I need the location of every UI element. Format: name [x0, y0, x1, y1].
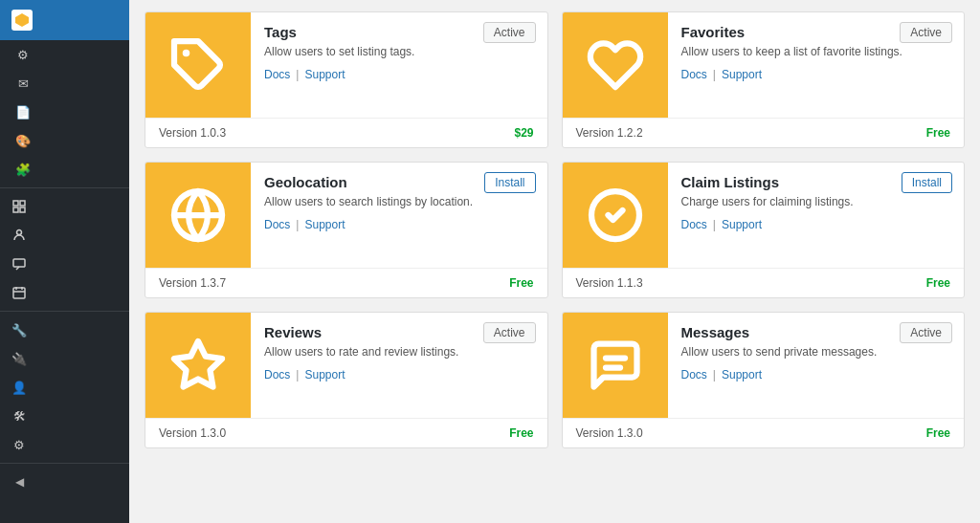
ext-btn-favorites[interactable]: Active — [900, 22, 952, 43]
ext-support-link-messages[interactable]: Support — [722, 368, 762, 381]
ext-docs-link-claim[interactable]: Docs — [681, 218, 707, 231]
extensions-icon: 🧩 — [15, 162, 31, 177]
hivepress-logo-icon — [11, 10, 33, 31]
ext-content-favorites: Favorites Allow users to keep a list of … — [668, 12, 965, 118]
ext-support-link-tags[interactable]: Support — [304, 68, 345, 81]
ext-link-sep: | — [713, 218, 716, 231]
svg-marker-15 — [174, 341, 222, 387]
sidebar-logo[interactable] — [0, 0, 129, 40]
ext-card-top: Favorites Allow users to keep a list of … — [563, 12, 965, 118]
ext-content-reviews: Reviews Allow users to rate and review l… — [251, 313, 547, 418]
sidebar: ⚙ ✉ 📄 🎨 🧩 — [0, 0, 129, 523]
ext-footer-geolocation: Version 1.3.7 Free — [145, 268, 547, 297]
ext-footer-tags: Version 1.0.3 $29 — [145, 118, 547, 147]
ext-card-top: Claim Listings Charge users for claiming… — [563, 163, 965, 268]
ext-card-top: Reviews Allow users to rate and review l… — [145, 313, 547, 418]
sidebar-item-settings[interactable]: ⚙ — [0, 40, 129, 69]
sidebar-item-vendors[interactable] — [0, 221, 129, 250]
sidebar-item-plugins[interactable]: 🔌 — [0, 344, 129, 373]
ext-card-favorites: Favorites Allow users to keep a list of … — [562, 11, 966, 148]
sidebar-item-appearance[interactable]: 🔧 — [0, 316, 129, 344]
ext-card-top: Geolocation Allow users to search listin… — [145, 163, 547, 268]
ext-docs-link-reviews[interactable]: Docs — [264, 368, 290, 381]
ext-links-messages: Docs | Support — [681, 368, 951, 381]
ext-card-top: Messages Allow users to send private mes… — [563, 313, 965, 418]
ext-price-tags: $29 — [514, 126, 533, 140]
sidebar-item-testimonials[interactable] — [0, 250, 129, 278]
sidebar-item-templates[interactable]: 📄 — [0, 98, 129, 126]
sidebar-item-extensions[interactable]: 🧩 — [0, 155, 129, 184]
ext-version-favorites: Version 1.2.2 — [576, 126, 643, 140]
ext-card-geolocation: Geolocation Allow users to search listin… — [145, 162, 548, 298]
ext-price-claim: Free — [926, 276, 950, 290]
ext-link-sep: | — [296, 218, 299, 231]
ext-btn-claim[interactable]: Install — [902, 172, 952, 193]
ext-link-sep: | — [296, 368, 299, 381]
sidebar-item-bookings[interactable] — [0, 278, 129, 307]
ext-icon-messages — [563, 313, 668, 418]
ext-card-tags: Tags Allow users to set listing tags. Do… — [145, 11, 548, 148]
tools-icon: 🛠 — [11, 408, 27, 424]
collapse-icon: ◀ — [11, 474, 27, 490]
ext-btn-reviews[interactable]: Active — [483, 322, 536, 343]
main-content: Tags Allow users to set listing tags. Do… — [129, 0, 980, 523]
ext-links-favorites: Docs | Support — [681, 68, 951, 81]
listings-icon — [11, 199, 27, 214]
ext-support-link-geolocation[interactable]: Support — [304, 218, 345, 231]
ext-icon-favorites — [563, 12, 668, 118]
ext-support-link-claim[interactable]: Support — [722, 218, 762, 231]
ext-content-claim: Claim Listings Charge users for claiming… — [668, 163, 965, 268]
ext-support-link-favorites[interactable]: Support — [722, 68, 762, 81]
ext-docs-link-geolocation[interactable]: Docs — [264, 218, 290, 231]
svg-rect-2 — [20, 201, 25, 206]
settings2-icon: ⚙ — [11, 437, 27, 452]
settings-icon: ⚙ — [15, 47, 31, 62]
ext-links-tags: Docs | Support — [264, 68, 534, 81]
ext-version-tags: Version 1.0.3 — [159, 126, 226, 140]
ext-card-messages: Messages Allow users to send private mes… — [562, 312, 966, 448]
sidebar-item-settings2[interactable]: ⚙ — [0, 430, 129, 459]
ext-btn-messages[interactable]: Active — [900, 322, 952, 343]
ext-version-claim: Version 1.1.3 — [576, 276, 643, 290]
sidebar-collapse[interactable]: ◀ — [0, 468, 129, 496]
ext-content-tags: Tags Allow users to set listing tags. Do… — [251, 12, 547, 118]
ext-icon-geolocation — [145, 163, 251, 268]
ext-docs-link-messages[interactable]: Docs — [681, 368, 707, 381]
ext-btn-tags[interactable]: Active — [483, 22, 536, 43]
svg-point-11 — [183, 50, 190, 57]
ext-link-sep: | — [713, 368, 716, 381]
appearance-icon: 🔧 — [11, 322, 27, 338]
sidebar-item-themes[interactable]: 🎨 — [0, 126, 129, 155]
ext-version-geolocation: Version 1.3.7 — [159, 276, 226, 290]
extensions-grid: Tags Allow users to set listing tags. Do… — [145, 11, 965, 448]
sidebar-item-listings[interactable] — [0, 192, 129, 221]
ext-links-geolocation: Docs | Support — [264, 218, 534, 231]
sidebar-item-emails[interactable]: ✉ — [0, 69, 129, 98]
ext-content-geolocation: Geolocation Allow users to search listin… — [251, 163, 547, 268]
ext-icon-tags — [145, 12, 251, 118]
ext-docs-link-tags[interactable]: Docs — [264, 68, 290, 81]
ext-footer-messages: Version 1.3.0 Free — [563, 418, 965, 447]
ext-docs-link-favorites[interactable]: Docs — [681, 68, 707, 81]
ext-support-link-reviews[interactable]: Support — [304, 368, 345, 381]
ext-links-claim: Docs | Support — [681, 218, 951, 231]
ext-content-messages: Messages Allow users to send private mes… — [668, 313, 965, 418]
ext-footer-reviews: Version 1.3.0 Free — [145, 418, 547, 447]
bookings-icon — [11, 285, 27, 300]
ext-footer-favorites: Version 1.2.2 Free — [563, 118, 965, 147]
templates-icon: 📄 — [15, 104, 31, 120]
users-icon: 👤 — [11, 380, 27, 395]
sidebar-item-users[interactable]: 👤 — [0, 373, 129, 402]
ext-links-reviews: Docs | Support — [264, 368, 534, 381]
ext-price-favorites: Free — [926, 126, 950, 140]
ext-card-reviews: Reviews Allow users to rate and review l… — [145, 312, 548, 448]
ext-icon-reviews — [145, 313, 251, 418]
ext-desc-geolocation: Allow users to search listings by locati… — [264, 194, 534, 210]
ext-btn-geolocation[interactable]: Install — [484, 172, 535, 193]
svg-rect-6 — [13, 259, 25, 267]
sidebar-item-tools[interactable]: 🛠 — [0, 402, 129, 430]
svg-rect-3 — [13, 207, 18, 212]
ext-version-messages: Version 1.3.0 — [576, 426, 643, 440]
emails-icon: ✉ — [15, 76, 31, 91]
ext-footer-claim: Version 1.1.3 Free — [563, 268, 965, 297]
